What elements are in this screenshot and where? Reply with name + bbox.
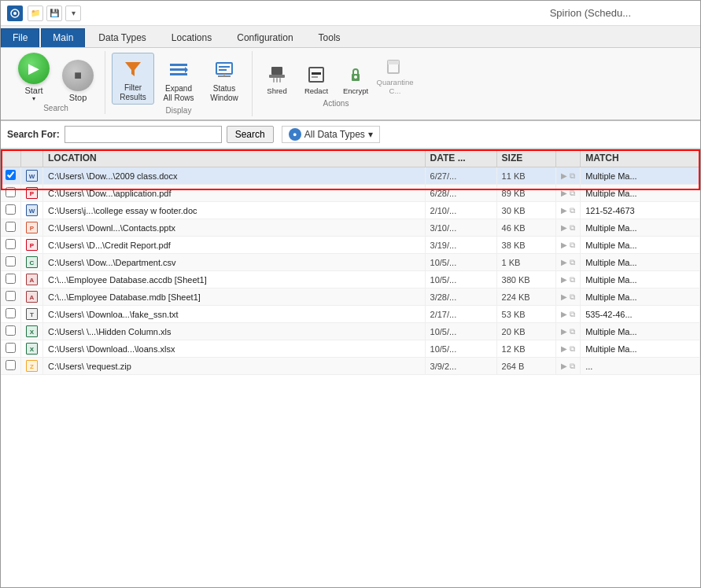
- row-icon-cell: T: [21, 306, 43, 323]
- row-icon-cell: X: [21, 323, 43, 340]
- start-button[interactable]: ▶ Start ▾: [13, 53, 54, 102]
- ribbon-group-display: FilterResults ExpandAll Rows: [105, 51, 253, 116]
- table-row[interactable]: P C:\Users\ \Downl...\Contacts.pptx 3/10…: [1, 219, 700, 237]
- table-row[interactable]: C C:\Users\ \Dow...\Department.csv 10/5/…: [1, 254, 700, 271]
- save-icon[interactable]: 💾: [46, 6, 62, 21]
- table-row[interactable]: W C:\Users\ \Dow...\2009 class.docx 6/27…: [1, 167, 700, 185]
- tab-file[interactable]: File: [1, 28, 39, 47]
- redact-label: Redact: [304, 86, 328, 95]
- tab-locations[interactable]: Locations: [160, 28, 223, 47]
- match-icon: ▶ ⧉: [561, 362, 575, 370]
- row-checkbox-cell[interactable]: [1, 288, 21, 306]
- row-checkbox-cell[interactable]: [1, 340, 21, 358]
- th-match[interactable]: MATCH: [581, 149, 700, 167]
- table-row[interactable]: P C:\Users\ \D...\Credit Report.pdf 3/19…: [1, 237, 700, 254]
- th-date[interactable]: DATE ...: [425, 149, 496, 167]
- row-match: Multiple Ma...: [581, 288, 700, 306]
- table-row[interactable]: T C:\Users\ \Downloa...\fake_ssn.txt 2/1…: [1, 306, 700, 323]
- filter-results-button[interactable]: FilterResults: [112, 53, 154, 105]
- redact-icon: [304, 63, 328, 86]
- row-checkbox[interactable]: [6, 222, 16, 232]
- row-checkbox-cell[interactable]: [1, 306, 21, 323]
- row-icon-cell: P: [21, 185, 43, 202]
- redact-button[interactable]: Redact: [298, 61, 334, 97]
- file-type-icon: A: [26, 291, 38, 303]
- table-row[interactable]: A C:\...\Employee Database.accdb [Sheet1…: [1, 271, 700, 288]
- row-checkbox-cell[interactable]: [1, 202, 21, 219]
- row-checkbox[interactable]: [6, 239, 16, 249]
- row-match-icon-cell: ▶ ⧉: [556, 185, 581, 202]
- row-checkbox[interactable]: [6, 360, 16, 370]
- row-icon-cell: C: [21, 254, 43, 271]
- tab-tools[interactable]: Tools: [307, 28, 352, 47]
- row-checkbox[interactable]: [6, 343, 16, 353]
- row-checkbox-cell[interactable]: [1, 167, 21, 185]
- shred-button[interactable]: Shred: [259, 61, 295, 97]
- table-row[interactable]: X C:\Users\ \...\Hidden Column.xls 10/5/…: [1, 323, 700, 340]
- table-row[interactable]: Z C:\Users\ \request.zip 3/9/2... 264 B …: [1, 358, 700, 375]
- row-checkbox[interactable]: [6, 325, 16, 336]
- status-window-button[interactable]: StatusWindow: [203, 54, 245, 105]
- row-checkbox-cell[interactable]: [1, 237, 21, 254]
- row-checkbox-cell[interactable]: [1, 323, 21, 340]
- row-match: Multiple Ma...: [581, 340, 700, 358]
- file-type-icon: P: [26, 239, 38, 251]
- results-container[interactable]: LOCATION DATE ... SIZE MATCH W C:\Users\…: [1, 149, 700, 587]
- row-checkbox[interactable]: [6, 291, 16, 301]
- start-icon: ▶: [18, 53, 50, 84]
- ribbon-group-search-label: Search: [43, 104, 68, 112]
- row-checkbox-cell[interactable]: [1, 185, 21, 202]
- table-row[interactable]: X C:\Users\ \Download...\loans.xlsx 10/5…: [1, 340, 700, 358]
- search-button[interactable]: Search: [227, 126, 274, 143]
- row-date: 3/19/...: [425, 237, 496, 254]
- row-checkbox[interactable]: [6, 204, 16, 215]
- row-match: Multiple Ma...: [581, 167, 700, 185]
- expand-all-rows-button[interactable]: ExpandAll Rows: [157, 54, 200, 105]
- th-location[interactable]: LOCATION: [43, 149, 426, 167]
- row-checkbox-cell[interactable]: [1, 358, 21, 375]
- tab-main[interactable]: Main: [41, 28, 85, 47]
- row-checkbox[interactable]: [6, 274, 16, 284]
- row-date: 3/10/...: [425, 219, 496, 237]
- table-row[interactable]: A C:\...\Employee Database.mdb [Sheet1] …: [1, 288, 700, 306]
- row-location: C:\...\Employee Database.mdb [Sheet1]: [43, 288, 426, 306]
- row-date: 2/10/...: [425, 202, 496, 219]
- row-date: 3/9/2...: [425, 358, 496, 375]
- encrypt-button[interactable]: Encrypt: [338, 61, 374, 97]
- row-checkbox-cell[interactable]: [1, 254, 21, 271]
- row-size: 20 KB: [496, 323, 556, 340]
- row-date: 10/5/...: [425, 271, 496, 288]
- search-input[interactable]: [65, 126, 222, 143]
- ribbon-display-items: FilterResults ExpandAll Rows: [112, 53, 245, 105]
- table-row[interactable]: W C:\Users\j...\college essay w footer.d…: [1, 202, 700, 219]
- row-date: 3/28/...: [425, 288, 496, 306]
- ribbon-search-items: ▶ Start ▾ ■ Stop: [13, 53, 98, 102]
- data-types-dropdown[interactable]: ● All Data Types ▾: [282, 126, 380, 143]
- match-icon: ▶ ⧉: [561, 292, 575, 301]
- tab-configuration[interactable]: Configuration: [225, 28, 304, 47]
- file-type-icon: W: [26, 170, 38, 182]
- row-checkbox-cell[interactable]: [1, 271, 21, 288]
- svg-point-2: [13, 12, 17, 15]
- row-checkbox-cell[interactable]: [1, 219, 21, 237]
- data-types-label: All Data Types: [304, 129, 365, 140]
- tab-data-types[interactable]: Data Types: [87, 28, 157, 47]
- table-row[interactable]: P C:\Users\ \Dow...\application.pdf 6/28…: [1, 185, 700, 202]
- match-icon: ▶ ⧉: [561, 223, 575, 232]
- svg-marker-3: [125, 62, 141, 76]
- match-icon: ▶ ⧉: [561, 327, 575, 336]
- row-checkbox[interactable]: [6, 187, 16, 197]
- row-checkbox[interactable]: [6, 256, 16, 266]
- row-match: Multiple Ma...: [581, 237, 700, 254]
- row-checkbox[interactable]: [6, 308, 16, 318]
- ribbon-group-display-label: Display: [166, 106, 192, 115]
- row-location: C:\Users\j...\college essay w footer.doc: [43, 202, 426, 219]
- expand-all-rows-label: ExpandAll Rows: [164, 84, 194, 103]
- status-window-icon: [210, 56, 238, 84]
- row-checkbox[interactable]: [6, 170, 16, 180]
- dropdown-icon[interactable]: ▾: [65, 6, 81, 21]
- th-size[interactable]: SIZE: [496, 149, 556, 167]
- quarantine-button[interactable]: Quarantine C...: [377, 53, 413, 97]
- stop-button[interactable]: ■ Stop: [57, 60, 98, 102]
- folder-icon[interactable]: 📁: [28, 6, 43, 21]
